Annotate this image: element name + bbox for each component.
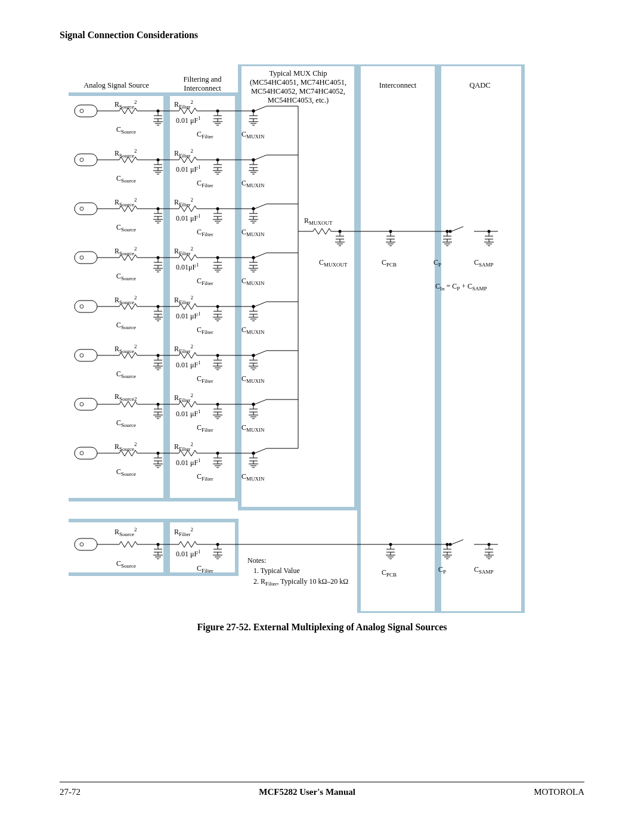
- label-mux: Typical MUX Chip (MC54HC4051, MC74HC4051…: [242, 69, 355, 105]
- svg-rect-19: [439, 64, 523, 613]
- footer-manual-title: MCF5282 User's Manual: [259, 787, 355, 797]
- label-analog-source: Analog Signal Source: [69, 81, 164, 90]
- svg-line-33: [463, 227, 489, 231]
- c-muxout-label: CMUXOUT: [319, 258, 348, 268]
- section-header: Signal Connection Considerations: [60, 30, 584, 41]
- figure-caption: Figure 27-52. External Multiplexing of A…: [60, 622, 584, 633]
- footer-company: MOTOROLA: [534, 787, 584, 797]
- cap-value: 0.01 μF1: [176, 115, 201, 125]
- c-filter-label: CFilter: [197, 130, 213, 140]
- page-footer: 27-72 MCF5282 User's Manual MOTOROLA: [60, 782, 584, 797]
- c-in-equation: CIn = CP + CSAMP: [435, 282, 487, 292]
- notes-heading: Notes:: [247, 556, 266, 565]
- footer-page-number: 27-72: [60, 787, 80, 797]
- c-muxin-label: CMUXIN: [242, 130, 265, 140]
- c-pcb-label: CPCB: [382, 258, 397, 268]
- r-muxout-label: RMUXOUT: [304, 216, 333, 226]
- c-source-label: CSource: [116, 125, 136, 135]
- r-filter-label: RFilter2: [174, 99, 193, 110]
- diagram: Analog Signal Source Filtering and Inter…: [69, 64, 528, 613]
- note-1: 1. Typical Value: [253, 566, 300, 575]
- label-interconnect: Interconnect: [362, 81, 434, 90]
- label-filter: Filtering and Interconnect: [168, 75, 237, 93]
- note-2: 2. RFilter, Typically 10 kΩ–20 kΩ: [253, 577, 348, 587]
- c-samp-label: CSAMP: [474, 258, 494, 268]
- label-qadc: QADC: [441, 81, 519, 90]
- c-p-label: CP: [434, 258, 441, 268]
- r-source-label: RSource2: [114, 99, 137, 110]
- svg-rect-18: [359, 64, 436, 613]
